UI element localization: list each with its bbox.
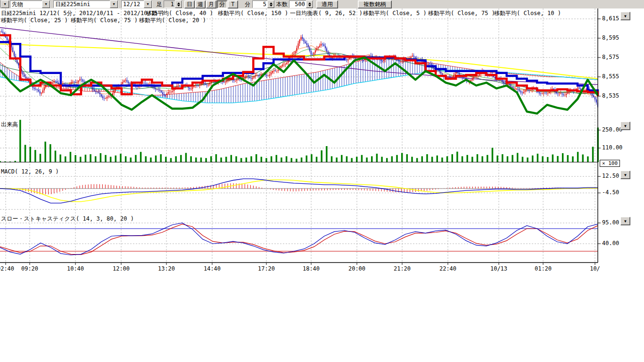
- minute-value: 5: [253, 1, 267, 8]
- period-button-0[interactable]: 日: [184, 0, 195, 8]
- ashi-stepper[interactable]: 1: [164, 0, 182, 8]
- period-button-1[interactable]: 週: [195, 0, 206, 8]
- axis-label: 8,595: [602, 35, 619, 41]
- multi-symbol-button[interactable]: 複数銘柄: [358, 0, 392, 8]
- period-button-3[interactable]: 分: [217, 0, 227, 8]
- period-button-4[interactable]: T: [228, 0, 238, 8]
- chevron-down-icon[interactable]: ▼: [110, 0, 118, 8]
- legend-item: 移動平均( Close, 20 ): [139, 17, 206, 24]
- legend-item: 移動平均( Close, 150 ): [218, 10, 288, 16]
- time-axis-label: 10/13: [490, 266, 507, 272]
- panel-scale-dropdown-1[interactable]: ▼: [620, 122, 630, 130]
- legend-item: 移動平均( Close, 5 ): [363, 10, 427, 16]
- chevron-down-icon[interactable]: ▼: [144, 0, 152, 8]
- time-axis-label: 09:20: [21, 266, 38, 272]
- axis-label: -4.50: [602, 189, 619, 196]
- time-axis-label: 22:40: [439, 266, 456, 272]
- time-axis-label: 12:00: [113, 266, 130, 272]
- axis-label: 40.00: [602, 240, 619, 247]
- chart-area: 日経225mini 12/12( 5分, 2012/10/11 - 2012/1…: [0, 8, 644, 282]
- spin-updown-icon[interactable]: [175, 0, 182, 8]
- panel-scale-dropdown-2[interactable]: ▼: [620, 171, 630, 179]
- spin-updown-icon[interactable]: [267, 0, 274, 8]
- bars-value: 500: [289, 1, 306, 8]
- ashi-value: 1: [164, 1, 175, 8]
- legend-item: 一目均衡表( 9, 26, 52 ): [290, 10, 363, 16]
- axis-label: 8,555: [602, 74, 619, 80]
- axis-label: 8,575: [602, 54, 619, 60]
- legend-item: 移動平均( Close, 75 ): [71, 17, 138, 24]
- time-axis-label: 02:40: [0, 266, 14, 272]
- axis-label: 8,535: [602, 93, 619, 99]
- minute-label: 分: [245, 0, 250, 8]
- time-axis-label: 21:20: [394, 266, 411, 272]
- axis-label: 250.00: [602, 127, 622, 133]
- symbol-select[interactable]: 日経225mini ▼: [53, 0, 118, 8]
- period-button-group: 日週月分T: [184, 0, 238, 8]
- time-axis-label: 20:00: [348, 266, 365, 272]
- mini-dropdown[interactable]: ▼: [0, 0, 8, 8]
- volume-multiplier-badge: × 100: [600, 160, 620, 167]
- panel-scale-dropdown-3[interactable]: ▼: [620, 217, 630, 225]
- legend-item: 移動平均( Close, 75 ): [428, 10, 495, 16]
- apply-button[interactable]: 適用: [316, 0, 338, 8]
- chart-canvas[interactable]: [0, 8, 644, 273]
- bars-label: 本数: [276, 0, 288, 8]
- legend-item: 移動平均( Close, 10 ): [494, 10, 561, 16]
- date-value: 12/12: [122, 1, 144, 8]
- category-value: 先物: [10, 1, 42, 8]
- category-select[interactable]: 先物 ▼: [10, 0, 50, 8]
- axis-label: 110.00: [602, 145, 622, 151]
- macd-panel-title: MACD( 12, 26, 9 ): [1, 168, 59, 175]
- time-axis-label: 10:40: [67, 266, 84, 272]
- toolbar: ▼ 先物 ▼ 日経225mini ▼ 12/12 ▼ 足 1 日週月分T 分 5…: [0, 0, 644, 9]
- ashi-label: 足: [157, 0, 162, 8]
- time-axis-label: 17:20: [258, 266, 275, 272]
- time-axis-label: 10/: [590, 266, 600, 272]
- date-select[interactable]: 12/12 ▼: [121, 0, 152, 8]
- stoch-panel-title: スロー・ストキャスティクス( 14, 3, 80, 20 ): [1, 215, 134, 222]
- time-axis-label: 01:20: [535, 266, 552, 272]
- spin-updown-icon[interactable]: [306, 0, 313, 8]
- axis-label: 8,615: [602, 16, 619, 22]
- panel-scale-dropdown-0[interactable]: ▼: [620, 12, 630, 20]
- bars-stepper[interactable]: 500: [289, 0, 314, 8]
- time-axis-label: 14:40: [204, 266, 221, 272]
- minute-stepper[interactable]: 5: [252, 0, 275, 8]
- volume-panel-title: 出来高: [1, 121, 18, 128]
- legend-item: 移動平均( Close, 25 ): [1, 17, 68, 24]
- time-axis-label: 18:40: [303, 266, 320, 272]
- axis-label: 12.50: [602, 173, 619, 179]
- period-button-2[interactable]: 月: [206, 0, 216, 8]
- axis-label: 95.00: [602, 220, 619, 226]
- chevron-down-icon[interactable]: ▼: [42, 0, 50, 8]
- legend-item: 移動平均( Close, 40 ): [146, 10, 213, 16]
- legend-item: 日経225mini 12/12( 5分, 2012/10/11 - 2012/1…: [1, 10, 165, 16]
- chevron-down-icon[interactable]: ▼: [1, 0, 9, 8]
- time-axis-label: 13:20: [158, 266, 175, 272]
- symbol-value: 日経225mini: [54, 1, 110, 8]
